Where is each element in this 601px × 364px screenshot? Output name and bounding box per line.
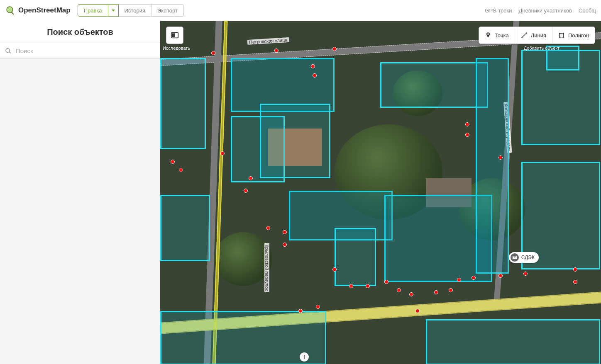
vertex-node[interactable] — [449, 288, 453, 292]
poi-label: СДЭК — [521, 255, 535, 260]
point-icon — [485, 32, 491, 39]
add-object-toolbar: Точка Линия Полигон — [479, 27, 595, 44]
vertex-node[interactable] — [472, 276, 476, 280]
vertex-node[interactable] — [283, 230, 287, 234]
nav-export[interactable]: Экспорт — [151, 4, 184, 17]
mode-point[interactable]: Точка — [479, 27, 515, 44]
inspect-button[interactable] — [166, 27, 183, 44]
link-community[interactable]: Сообщ — [579, 7, 596, 14]
vertex-node[interactable] — [313, 73, 317, 78]
building-outline[interactable] — [476, 58, 509, 274]
link-gps-traces[interactable]: GPS-треки — [485, 7, 512, 14]
mode-area-label: Полигон — [568, 32, 589, 39]
vertex-node[interactable] — [465, 122, 469, 126]
svg-point-8 — [559, 33, 560, 34]
building-outline[interactable] — [335, 228, 376, 286]
search-icon — [5, 48, 12, 54]
vertex-node[interactable] — [415, 309, 420, 313]
nav-history[interactable]: История — [118, 4, 151, 17]
svg-point-9 — [563, 33, 564, 34]
feature-search-panel: Поиск объектов — [0, 21, 160, 364]
svg-point-2 — [304, 355, 305, 356]
brand-logo[interactable]: OpenStreetMap — [5, 5, 71, 16]
nav-edit[interactable]: Правка — [78, 4, 108, 17]
poi-sdek[interactable]: СДЭК — [509, 252, 539, 263]
svg-point-10 — [559, 36, 560, 38]
secondary-nav: GPS-треки Дневники участников Сообщ — [485, 7, 596, 14]
vertex-node[interactable] — [434, 290, 438, 294]
vertex-node[interactable] — [274, 49, 279, 53]
chevron-down-icon — [112, 10, 115, 12]
mail-icon — [511, 253, 519, 262]
vertex-node[interactable] — [465, 133, 469, 137]
search-results-empty — [0, 59, 160, 364]
aerial-vegetation — [214, 232, 272, 286]
vertex-node[interactable] — [311, 64, 315, 68]
inspect-icon — [170, 31, 179, 40]
svg-rect-4 — [172, 33, 175, 37]
vertex-node[interactable] — [249, 176, 253, 180]
search-input[interactable] — [16, 47, 155, 54]
add-object-label: Добавить объект — [488, 46, 595, 51]
primary-nav: Правка История Экспорт — [78, 4, 184, 17]
mode-line-label: Линия — [531, 32, 546, 39]
vertex-node[interactable] — [283, 243, 287, 247]
vertex-node[interactable] — [316, 305, 320, 309]
mode-area[interactable]: Полигон — [552, 27, 595, 44]
vertex-node[interactable] — [244, 189, 248, 193]
mode-line[interactable]: Линия — [515, 27, 552, 44]
building-outline[interactable] — [260, 104, 330, 178]
building-outline[interactable] — [160, 195, 210, 261]
vertex-node[interactable] — [298, 309, 303, 313]
vertex-node[interactable] — [573, 280, 577, 284]
svg-point-0 — [7, 7, 13, 13]
line-icon — [521, 32, 528, 39]
vertex-node[interactable] — [457, 278, 461, 282]
brand-text: OpenStreetMap — [18, 6, 71, 15]
building-outline[interactable] — [380, 62, 488, 108]
map-canvas[interactable]: Петровская улица Крыловской переулок Кол… — [160, 21, 601, 364]
vertex-node[interactable] — [409, 292, 413, 296]
vertex-node[interactable] — [211, 51, 215, 55]
vertex-node[interactable] — [498, 274, 503, 278]
building-outline[interactable] — [426, 319, 600, 364]
mode-point-label: Точка — [495, 32, 509, 39]
vertex-node[interactable] — [573, 267, 577, 272]
osm-logo-icon — [5, 5, 16, 16]
svg-point-5 — [521, 37, 523, 38]
vertex-node[interactable] — [220, 151, 225, 155]
vertex-node[interactable] — [397, 288, 401, 292]
svg-rect-1 — [11, 12, 14, 15]
building-outline[interactable] — [160, 58, 206, 149]
vertex-node[interactable] — [171, 160, 175, 164]
label-krylovskoy: Крыловской переулок — [264, 243, 269, 292]
vertex-node[interactable] — [498, 155, 503, 160]
panel-title: Поиск объектов — [0, 21, 160, 43]
svg-point-6 — [526, 32, 527, 34]
svg-point-11 — [563, 36, 564, 38]
vertex-node[interactable] — [523, 272, 528, 276]
vertex-node[interactable] — [366, 284, 370, 288]
vertex-node[interactable] — [179, 168, 183, 172]
vertex-node[interactable] — [332, 47, 337, 51]
area-icon — [558, 32, 565, 39]
label-petrovskaya: Петровская улица — [247, 37, 289, 45]
nav-edit-dropdown[interactable] — [108, 4, 119, 17]
svg-rect-7 — [559, 33, 563, 37]
pedestrian-icon[interactable] — [300, 352, 309, 362]
vertex-node[interactable] — [332, 267, 337, 272]
vertex-node[interactable] — [384, 280, 388, 284]
link-user-diaries[interactable]: Дневники участников — [519, 7, 572, 14]
inspect-label: Исследовать — [162, 46, 191, 51]
vertex-node[interactable] — [266, 226, 270, 230]
vertex-node[interactable] — [349, 284, 353, 288]
